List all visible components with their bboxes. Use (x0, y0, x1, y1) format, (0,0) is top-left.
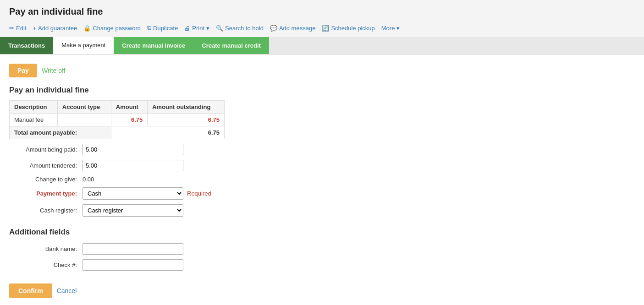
additional-fields-title: Additional fields (9, 228, 630, 237)
content-area: Pay Write off Pay an individual fine Des… (0, 54, 644, 305)
payment-type-row: Payment type: Cash Check Credit card Deb… (9, 187, 630, 200)
total-label: Total amount payable: (10, 126, 111, 139)
col-description: Description (10, 101, 58, 114)
bank-name-input[interactable] (83, 243, 183, 255)
tab-create-manual-invoice[interactable]: Create manual invoice (114, 37, 193, 54)
total-row: Total amount payable: 6.75 (10, 126, 225, 139)
col-outstanding: Amount outstanding (148, 101, 225, 114)
payment-type-select[interactable]: Cash Check Credit card Debit card (83, 187, 183, 200)
cancel-button[interactable]: Cancel (57, 287, 77, 294)
change-to-give-label: Change to give: (9, 176, 83, 183)
print-chevron-icon: ▾ (206, 25, 209, 32)
schedule-pickup-button[interactable]: 🔄 Schedule pickup (322, 25, 374, 32)
fine-table: Description Account type Amount Amount o… (9, 100, 225, 139)
duplicate-button[interactable]: ⧉ Duplicate (147, 24, 178, 32)
toolbar: ✏ Edit + Add guarantee 🔒 Change password… (9, 22, 635, 34)
payment-type-label: Payment type: (9, 190, 83, 197)
check-label: Check #: (9, 261, 83, 268)
change-to-give-value: 0.00 (83, 176, 94, 183)
write-off-button[interactable]: Write off (42, 67, 66, 74)
bank-name-label: Bank name: (9, 245, 83, 252)
confirm-area: Confirm Cancel (9, 283, 630, 298)
payment-form: Amount being paid: Amount tendered: Chan… (9, 144, 630, 217)
page-title: Pay an individual fine (9, 6, 635, 17)
total-value: 6.75 (111, 126, 224, 139)
tab-create-manual-credit[interactable]: Create manual credit (193, 37, 269, 54)
refresh-icon: 🔄 (322, 25, 329, 32)
check-input[interactable] (83, 259, 183, 271)
amount-being-paid-label: Amount being paid: (9, 146, 83, 153)
change-to-give-row: Change to give: 0.00 (9, 176, 630, 183)
form-section-title: Pay an individual fine (9, 86, 630, 95)
pay-actions: Pay Write off (9, 64, 630, 77)
amount-tendered-row: Amount tendered: (9, 160, 630, 171)
more-button[interactable]: More ▾ (381, 25, 400, 32)
row-description: Manual fee (10, 114, 58, 126)
duplicate-icon: ⧉ (147, 24, 151, 32)
amount-being-paid-row: Amount being paid: (9, 144, 630, 155)
print-button[interactable]: 🖨 Print ▾ (184, 25, 209, 32)
cash-register-row: Cash register: Cash register (9, 204, 630, 217)
edit-button[interactable]: ✏ Edit (9, 25, 26, 32)
print-icon: 🖨 (184, 25, 190, 32)
bank-name-row: Bank name: (9, 243, 630, 255)
table-row: Manual fee 6.75 6.75 (10, 114, 225, 126)
row-amount: 6.75 (111, 114, 147, 126)
amount-tendered-input[interactable] (83, 160, 183, 171)
edit-icon: ✏ (9, 25, 14, 32)
row-account-type (57, 114, 111, 126)
search-icon: 🔍 (216, 25, 223, 32)
additional-fields-form: Bank name: Check #: (9, 243, 630, 271)
check-row: Check #: (9, 259, 630, 271)
lock-icon: 🔒 (83, 25, 91, 32)
change-password-button[interactable]: 🔒 Change password (83, 25, 141, 32)
tab-transactions[interactable]: Transactions (0, 37, 53, 54)
cash-register-label: Cash register: (9, 207, 83, 214)
col-amount: Amount (111, 101, 147, 114)
add-message-button[interactable]: 💬 Add message (270, 25, 316, 32)
row-outstanding: 6.75 (148, 114, 225, 126)
tabs-bar: Transactions Make a payment Create manua… (0, 37, 644, 54)
plus-icon: + (33, 25, 36, 32)
more-chevron-icon: ▾ (396, 25, 400, 32)
search-to-hold-button[interactable]: 🔍 Search to hold (216, 25, 264, 32)
col-account-type: Account type (57, 101, 111, 114)
message-icon: 💬 (270, 25, 277, 32)
add-guarantee-button[interactable]: + Add guarantee (33, 25, 77, 32)
tab-make-a-payment[interactable]: Make a payment (53, 37, 114, 54)
pay-button[interactable]: Pay (9, 64, 37, 77)
amount-being-paid-input[interactable] (83, 144, 183, 155)
cash-register-select[interactable]: Cash register (83, 204, 183, 217)
payment-type-required: Required (187, 190, 211, 197)
amount-tendered-label: Amount tendered: (9, 162, 83, 169)
confirm-button[interactable]: Confirm (9, 283, 52, 298)
